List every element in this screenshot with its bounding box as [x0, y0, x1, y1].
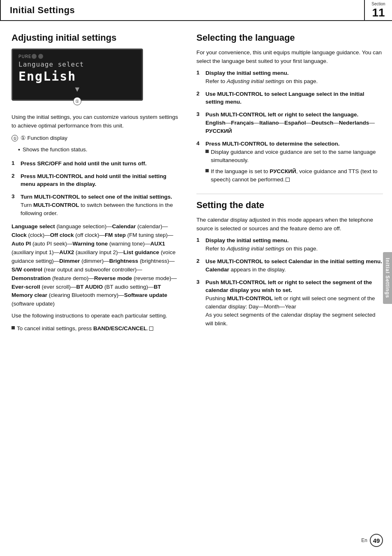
select-step-1: 1 Display the initial setting menu. Refe…: [196, 70, 383, 86]
date-step-2-header: Use MULTI-CONTROL to select Calendar in …: [205, 258, 382, 264]
date-step-2-num: 2: [196, 258, 204, 274]
date-step-3-body: Pushing MULTI-CONTROL left or right will…: [205, 295, 375, 310]
step-2-content: Press MULTI-CONTROL and hold until the i…: [21, 173, 180, 188]
select-step-3-header: Push MULTI-CONTROL left or right to sele…: [205, 111, 358, 118]
page-title: Initial Settings: [10, 5, 75, 16]
date-step-1-content: Display the initial setting menu. Refer …: [205, 237, 383, 253]
section-badge: Section 11: [364, 0, 392, 20]
page-number: 49: [373, 537, 380, 544]
page-header: Initial Settings Section 11: [0, 0, 392, 21]
date-step-2-content: Use MULTI-CONTROL to select Calendar in …: [205, 258, 383, 274]
date-step-3-body2: As you select segments of the calendar d…: [205, 312, 375, 326]
select-step-1-header: Display the initial setting menu.: [205, 70, 289, 76]
device-lang-label: Language select: [18, 60, 84, 68]
sq-bullet-note1: [205, 150, 209, 153]
sq-bullet-cancel: [12, 326, 15, 329]
intro-text: Using the initial settings, you can cust…: [12, 113, 180, 130]
side-tab: Initial Settings: [383, 252, 392, 304]
bullet-dot: •: [18, 146, 20, 153]
device-circle-num: ①: [73, 97, 81, 105]
date-step-1-num: 1: [196, 237, 204, 253]
date-step-2: 2 Use MULTI-CONTROL to select Calendar i…: [196, 258, 383, 274]
step-3-header: Turn MULTI-CONTROL to select one of the …: [21, 194, 172, 200]
sq-bullet-note2: [205, 169, 209, 172]
settings-suffix: Use the following instructions to operat…: [12, 312, 180, 320]
select-step-2: 2 Use MULTI-CONTROL to select Language s…: [196, 90, 383, 106]
select-step-3-content: Push MULTI-CONTROL left or right to sele…: [205, 111, 383, 135]
select-step-2-header: Use MULTI-CONTROL to select Language sel…: [205, 91, 364, 105]
function-bullet: • Shows the function status.: [18, 146, 180, 153]
header-title-wrap: Initial Settings: [0, 0, 364, 20]
step-3: 3 Turn MULTI-CONTROL to select one of th…: [12, 193, 180, 218]
date-step-3: 3 Push MULTI-CONTROL left or right to se…: [196, 279, 383, 328]
select-step-3: 3 Push MULTI-CONTROL left or right to se…: [196, 111, 383, 135]
date-heading: Setting the date: [196, 200, 383, 210]
section-number: 11: [372, 7, 385, 19]
select-step-4-num: 4: [196, 140, 204, 186]
step-2-header: Press MULTI-CONTROL and hold until the i…: [21, 173, 166, 187]
step-1-header: Press SRC/OFF and hold until the unit tu…: [21, 160, 147, 167]
select-step-4-note1: Display guidance and voice guidance are …: [205, 148, 383, 165]
date-step-2-body: Calendar appears in the display.: [205, 266, 286, 273]
date-step-3-num: 3: [196, 279, 204, 328]
select-step-1-num: 1: [196, 70, 204, 86]
date-step-1-header: Display the initial setting menu.: [205, 237, 289, 243]
select-step-4-note2: If the language is set to РУССКИЙ, voice…: [205, 167, 383, 184]
device-lang-value: EngLish: [18, 69, 76, 83]
device-wrapper: PURE Language select EngLish ▼ ①: [12, 49, 180, 101]
device-icon-2: [38, 54, 43, 59]
main-content: Adjusting initial settings PURE Language…: [0, 21, 392, 344]
cancel-note: To cancel initial settings, press BAND/E…: [12, 324, 180, 333]
device-top-bar: PURE: [18, 54, 43, 59]
step-1-num: 1: [12, 160, 19, 168]
device-arrow: ▼: [18, 85, 136, 94]
select-step-4-header: Press MULTI-CONTROL to determine the sel…: [205, 141, 340, 147]
page-number-wrap: En 49: [361, 534, 383, 547]
step-3-content: Turn MULTI-CONTROL to select one of the …: [21, 193, 180, 218]
left-column: Adjusting initial settings PURE Language…: [0, 21, 189, 344]
page-lang-label: En: [361, 537, 367, 543]
step-2-num: 2: [12, 173, 19, 188]
step-1: 1 Press SRC/OFF and hold until the unit …: [12, 160, 180, 168]
square-symbol-2: [286, 178, 290, 182]
select-lang-heading: Selecting the language: [196, 32, 383, 43]
select-step-4-content: Press MULTI-CONTROL to determine the sel…: [205, 140, 383, 186]
square-symbol: [149, 327, 153, 331]
settings-list: Language select (language selection)—Cal…: [12, 222, 180, 308]
date-step-1-body: Refer to Adjusting initial settings on t…: [205, 246, 318, 252]
select-step-2-content: Use MULTI-CONTROL to select Language sel…: [205, 90, 383, 106]
select-step-3-num: 3: [196, 111, 204, 135]
right-column: Selecting the language For your convenie…: [189, 21, 392, 344]
date-intro: The calendar display adjusted in this mo…: [196, 216, 383, 233]
select-step-3-languages: English—Français—Italiano—Español—Deutsc…: [205, 120, 375, 134]
page-number-circle: 49: [370, 534, 383, 547]
select-step-1-body: Refer to Adjusting initial settings on t…: [205, 78, 318, 84]
device-top-text: PURE: [18, 54, 32, 59]
step-1-content: Press SRC/OFF and hold until the unit tu…: [21, 160, 180, 168]
select-step-1-content: Display the initial setting menu. Refer …: [205, 70, 383, 86]
step-2: 2 Press MULTI-CONTROL and hold until the…: [12, 173, 180, 188]
date-step-1: 1 Display the initial setting menu. Refe…: [196, 237, 383, 253]
section-label: Section: [371, 2, 385, 6]
device-icon-1: [32, 54, 37, 59]
adjusting-heading: Adjusting initial settings: [12, 32, 180, 43]
section-divider: [196, 194, 383, 194]
select-step-2-num: 2: [196, 90, 204, 106]
device-screen: PURE Language select EngLish ▼ ①: [12, 49, 143, 101]
select-lang-intro: For your convenience, this unit equips m…: [196, 49, 383, 65]
function-label: ① ① Function display: [12, 134, 180, 142]
date-step-3-header: Push MULTI-CONTROL left or right to sele…: [205, 279, 372, 293]
step-3-num: 3: [12, 193, 19, 218]
select-step-4: 4 Press MULTI-CONTROL to determine the s…: [196, 140, 383, 186]
step-3-body: Turn MULTI-CONTROL to switch between the…: [21, 202, 173, 216]
date-step-3-content: Push MULTI-CONTROL left or right to sele…: [205, 279, 383, 328]
circle-1: ①: [12, 135, 18, 141]
cancel-text: To cancel initial settings, press BAND/E…: [17, 324, 153, 333]
device-icons: [32, 54, 43, 59]
